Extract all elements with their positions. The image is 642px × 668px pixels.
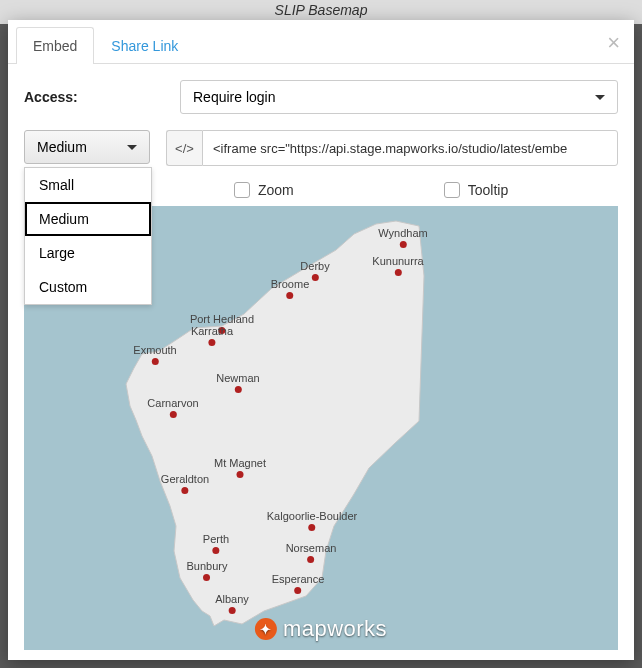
city-dot-icon	[287, 292, 294, 299]
city-label: Albany	[215, 593, 249, 605]
tab-share-link[interactable]: Share Link	[94, 27, 195, 64]
city-dot-icon	[312, 274, 319, 281]
city-dot-icon	[308, 556, 315, 563]
access-label: Access:	[24, 89, 164, 105]
city-label: Wyndham	[378, 227, 427, 239]
city-label: Norseman	[286, 542, 337, 554]
chevron-down-icon	[595, 95, 605, 100]
city-dot-icon	[228, 607, 235, 614]
size-option-medium[interactable]: Medium	[25, 202, 151, 236]
share-dialog: × Embed Share Link Access: Require login…	[8, 20, 634, 660]
city-dot-icon	[151, 358, 158, 365]
close-icon[interactable]: ×	[607, 30, 620, 56]
city-dot-icon	[295, 587, 302, 594]
city-dot-icon	[309, 524, 316, 531]
city-label: Broome	[271, 278, 310, 290]
city-dot-icon	[237, 471, 244, 478]
city-label: Kununurra	[372, 255, 423, 267]
size-select[interactable]: Medium Small Medium Large Custom	[24, 130, 150, 164]
city-label: Perth	[203, 533, 229, 545]
city-label: Newman	[216, 372, 259, 384]
city-dot-icon	[399, 241, 406, 248]
access-select[interactable]: Require login	[180, 80, 618, 114]
embed-code-input[interactable]	[202, 130, 618, 166]
tooltip-label: Tooltip	[468, 182, 508, 198]
brand-text: mapworks	[283, 616, 387, 642]
city-dot-icon	[203, 574, 210, 581]
size-value: Medium	[37, 139, 87, 155]
size-dropdown: Small Medium Large Custom	[24, 167, 152, 305]
city-dot-icon	[235, 386, 242, 393]
city-label: Karratha	[191, 325, 233, 337]
city-label: Kalgoorlie-Boulder	[267, 510, 358, 522]
city-dot-icon	[208, 339, 215, 346]
code-icon: </>	[166, 130, 202, 166]
city-label: Exmouth	[133, 344, 176, 356]
city-label: Bunbury	[187, 560, 228, 572]
zoom-checkbox[interactable]: Zoom	[234, 182, 294, 198]
chevron-down-icon	[127, 145, 137, 150]
size-option-custom[interactable]: Custom	[25, 270, 151, 304]
city-label: Port Hedland	[190, 313, 254, 325]
access-value: Require login	[193, 89, 276, 105]
brand-icon: ✦	[255, 618, 277, 640]
city-label: Esperance	[272, 573, 325, 585]
checkbox-icon	[234, 182, 250, 198]
checkbox-icon	[444, 182, 460, 198]
city-label: Carnarvon	[147, 397, 198, 409]
city-dot-icon	[182, 487, 189, 494]
size-option-small[interactable]: Small	[25, 168, 151, 202]
size-option-large[interactable]: Large	[25, 236, 151, 270]
tab-embed[interactable]: Embed	[16, 27, 94, 64]
city-dot-icon	[395, 269, 402, 276]
city-label: Mt Magnet	[214, 457, 266, 469]
zoom-label: Zoom	[258, 182, 294, 198]
tooltip-checkbox[interactable]: Tooltip	[444, 182, 508, 198]
city-dot-icon	[212, 547, 219, 554]
tab-bar: Embed Share Link	[8, 20, 634, 64]
city-label: Geraldton	[161, 473, 209, 485]
city-label: Derby	[300, 260, 329, 272]
city-dot-icon	[169, 411, 176, 418]
brand-logo: ✦ mapworks	[255, 616, 387, 642]
